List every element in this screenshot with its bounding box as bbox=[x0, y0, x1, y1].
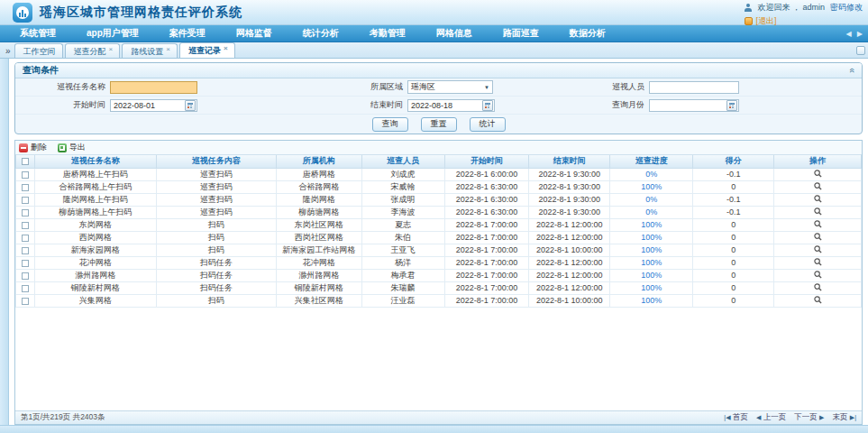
cell-org: 西岗社区网格 bbox=[276, 231, 361, 244]
col-org[interactable]: 所属机构 bbox=[276, 155, 361, 168]
prev-page-button[interactable]: ◀ 上一页 bbox=[756, 412, 786, 423]
cell-progress[interactable]: 100% bbox=[610, 256, 693, 269]
close-icon[interactable]: × bbox=[109, 46, 114, 53]
close-icon[interactable]: × bbox=[224, 45, 228, 52]
col-score[interactable]: 得分 bbox=[693, 155, 774, 168]
cell-progress[interactable]: 0% bbox=[610, 193, 693, 206]
row-checkbox[interactable] bbox=[22, 209, 29, 216]
view-detail-magnifier-icon[interactable] bbox=[814, 220, 822, 230]
table-row[interactable]: 花冲网格 扫码任务 花冲网格 杨洋 2022-8-1 7:00:00 2022-… bbox=[16, 256, 862, 269]
last-page-button[interactable]: 末页 ▶| bbox=[832, 412, 856, 423]
cell-progress[interactable]: 100% bbox=[610, 294, 693, 307]
row-checkbox[interactable] bbox=[22, 171, 29, 179]
cell-task-name: 西岗网格 bbox=[34, 231, 156, 244]
table-row[interactable]: 铜陵新村网格 扫码任务 铜陵新村网格 朱瑞麟 2022-8-1 7:00:00 … bbox=[16, 281, 862, 294]
view-detail-magnifier-icon[interactable] bbox=[814, 170, 822, 180]
table-row[interactable]: 滁州路网格 扫码任务 滁州路网格 梅承君 2022-8-1 7:00:00 20… bbox=[16, 269, 862, 281]
col-start-time[interactable]: 开始时间 bbox=[444, 155, 529, 168]
calendar-icon[interactable] bbox=[726, 100, 737, 111]
end-date-field[interactable]: 2022-08-18 bbox=[407, 99, 495, 112]
cell-progress[interactable]: 0% bbox=[610, 168, 693, 180]
table-row[interactable]: 柳荫塘网格上午扫码 巡查扫码 柳荫塘网格 李海波 2022-8-1 6:30:0… bbox=[16, 206, 862, 218]
menu-item-grid-info[interactable]: 网格信息 bbox=[425, 27, 492, 40]
view-detail-magnifier-icon[interactable] bbox=[814, 182, 822, 192]
row-checkbox[interactable] bbox=[22, 247, 29, 254]
start-date-field[interactable]: 2022-08-01 bbox=[110, 99, 197, 112]
region-select[interactable]: 瑶海区 ▼ bbox=[407, 80, 493, 94]
row-checkbox[interactable] bbox=[22, 285, 29, 292]
first-page-icon: |◀ bbox=[724, 414, 730, 420]
tab-patrol-assign[interactable]: 巡查分配 × bbox=[65, 43, 121, 58]
calendar-icon[interactable] bbox=[185, 100, 196, 111]
col-end-time[interactable]: 结束时间 bbox=[529, 155, 610, 168]
next-page-button[interactable]: 下一页 ▶ bbox=[794, 412, 824, 423]
search-button[interactable]: 查询 bbox=[372, 117, 408, 132]
stats-button[interactable]: 统计 bbox=[470, 117, 506, 132]
select-all-checkbox[interactable] bbox=[22, 158, 29, 165]
table-row[interactable]: 合裕路网格上午扫码 巡查扫码 合裕路网格 宋威翰 2022-8-1 6:30:0… bbox=[16, 180, 862, 193]
tab-menu-icon[interactable] bbox=[856, 46, 865, 55]
view-detail-magnifier-icon[interactable] bbox=[814, 195, 822, 205]
collapse-panel-icon[interactable]: « bbox=[847, 68, 856, 73]
view-detail-magnifier-icon[interactable] bbox=[814, 296, 822, 306]
tab-workspace[interactable]: 工作空间 bbox=[14, 43, 63, 58]
cell-progress[interactable]: 100% bbox=[610, 218, 693, 231]
table-row[interactable]: 兴集网格 扫码 兴集社区网格 汪业磊 2022-8-1 7:00:00 2022… bbox=[16, 294, 862, 307]
view-detail-magnifier-icon[interactable] bbox=[814, 245, 822, 255]
cell-progress[interactable]: 100% bbox=[610, 244, 693, 256]
delete-button[interactable]: 删除 bbox=[19, 142, 47, 153]
row-checkbox[interactable] bbox=[22, 222, 29, 229]
table-row[interactable]: 西岗网格 扫码 西岗社区网格 朱伯 2022-8-1 7:00:00 2022-… bbox=[16, 231, 862, 244]
query-month-field[interactable] bbox=[649, 99, 739, 112]
menu-item-app-users[interactable]: app用户管理 bbox=[76, 27, 159, 40]
table-row[interactable]: 新海家园网格 扫码 新海家园工作站网格 王亚飞 2022-8-1 7:00:00… bbox=[16, 244, 862, 256]
table-row[interactable]: 东岗网格 扫码 东岗社区网格 夏志 2022-8-1 7:00:00 2022-… bbox=[16, 218, 862, 231]
close-icon[interactable]: × bbox=[166, 46, 170, 53]
row-checkbox[interactable] bbox=[22, 184, 29, 191]
row-checkbox[interactable] bbox=[22, 197, 29, 204]
row-checkbox[interactable] bbox=[22, 235, 29, 242]
cell-progress[interactable]: 100% bbox=[610, 281, 693, 294]
menu-item-grid-supervision[interactable]: 网格监督 bbox=[225, 27, 292, 40]
col-action[interactable]: 操作 bbox=[774, 155, 862, 168]
sidebar-expand-icon[interactable]: » bbox=[2, 46, 14, 58]
col-task-name[interactable]: 巡视任务名称 bbox=[34, 155, 156, 168]
export-button[interactable]: 导出 bbox=[58, 142, 86, 153]
view-detail-magnifier-icon[interactable] bbox=[814, 258, 822, 268]
first-page-button[interactable]: |◀ 首页 bbox=[724, 412, 748, 423]
view-detail-magnifier-icon[interactable] bbox=[814, 283, 822, 293]
view-detail-magnifier-icon[interactable] bbox=[814, 233, 822, 243]
menu-item-attendance[interactable]: 考勤管理 bbox=[359, 27, 425, 40]
col-progress[interactable]: 巡查进度 bbox=[610, 155, 693, 168]
row-checkbox[interactable] bbox=[22, 260, 29, 267]
cell-score: -0.1 bbox=[693, 206, 774, 218]
menu-item-road-patrol[interactable]: 路面巡查 bbox=[492, 27, 559, 40]
view-detail-magnifier-icon[interactable] bbox=[814, 207, 822, 217]
col-task-content[interactable]: 巡视任务内容 bbox=[156, 155, 276, 168]
cell-progress[interactable]: 0% bbox=[610, 206, 693, 218]
change-password-link[interactable]: 密码修改 bbox=[830, 2, 863, 14]
tab-route-settings[interactable]: 路线设置 × bbox=[122, 43, 178, 58]
view-detail-magnifier-icon[interactable] bbox=[814, 271, 822, 281]
collapsed-sidebar[interactable] bbox=[0, 59, 9, 425]
table-row[interactable]: 唐桥网格上午扫码 巡查扫码 唐桥网格 刘成虎 2022-8-1 6:00:00 … bbox=[16, 168, 862, 180]
menu-item-system[interactable]: 系统管理 bbox=[9, 27, 76, 40]
col-person[interactable]: 巡查人员 bbox=[361, 155, 444, 168]
row-checkbox[interactable] bbox=[22, 272, 29, 280]
row-checkbox[interactable] bbox=[22, 298, 29, 305]
cell-start-time: 2022-8-1 7:00:00 bbox=[444, 218, 529, 231]
calendar-icon[interactable] bbox=[482, 100, 493, 111]
cell-progress[interactable]: 100% bbox=[610, 269, 693, 281]
task-name-input[interactable] bbox=[110, 81, 197, 94]
menu-item-data-analysis[interactable]: 数据分析 bbox=[559, 27, 626, 40]
menu-item-statistics[interactable]: 统计分析 bbox=[292, 27, 359, 40]
menu-scroll-arrows[interactable]: ◀ ▶ bbox=[845, 30, 864, 38]
cell-progress[interactable]: 100% bbox=[610, 231, 693, 244]
patrol-person-input[interactable] bbox=[649, 81, 739, 94]
cell-progress[interactable]: 100% bbox=[610, 180, 693, 193]
menu-item-cases[interactable]: 案件受理 bbox=[159, 27, 225, 40]
reset-button[interactable]: 重置 bbox=[421, 117, 457, 132]
tab-patrol-records[interactable]: 巡查记录 × bbox=[179, 42, 235, 58]
cell-org: 花冲网格 bbox=[276, 256, 361, 269]
table-row[interactable]: 隆岗网格上午扫码 巡查扫码 隆岗网格 张成明 2022-8-1 6:30:00 … bbox=[16, 193, 862, 206]
